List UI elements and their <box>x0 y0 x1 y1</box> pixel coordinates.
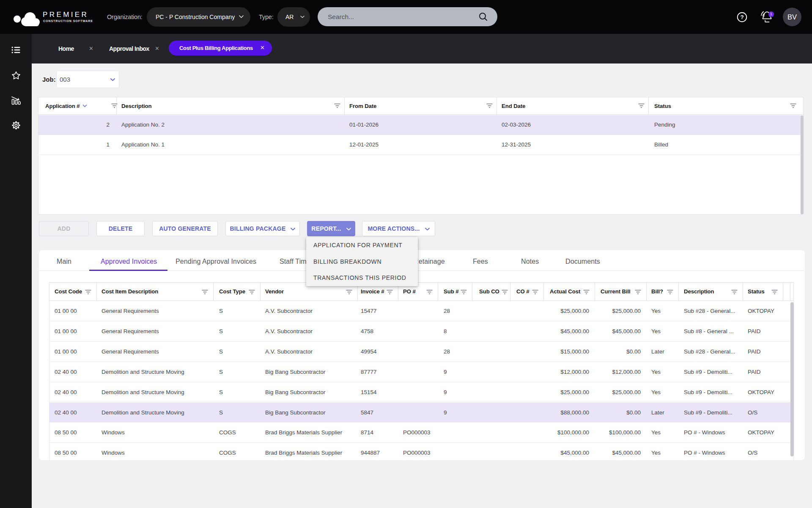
svg-text:?: ? <box>740 14 743 20</box>
